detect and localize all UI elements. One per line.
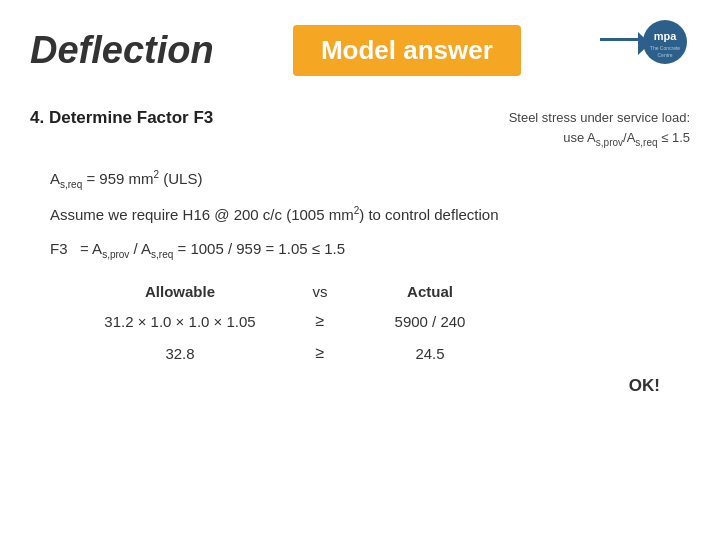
header-row: Deflection Model answer mpa The Concrete… (30, 20, 690, 80)
as-req-line: As,req = 959 mm2 (ULS) (50, 167, 690, 193)
model-answer-box: Model answer (293, 25, 521, 76)
f3-sub-prov: s,prov (102, 249, 129, 260)
side-note: Steel stress under service load: use As,… (509, 108, 690, 149)
assume-line: Assume we require H16 @ 200 c/c (1005 mm… (50, 203, 690, 227)
side-note-sub2: s,req (635, 136, 657, 147)
as-req-superscript: 2 (154, 169, 160, 180)
col-allowable-header: Allowable (70, 283, 290, 300)
svg-text:The Concrete: The Concrete (650, 45, 681, 51)
compare-row-1: 31.2 × 1.0 × 1.0 × 1.05 ≥ 5900 / 240 (70, 312, 690, 330)
assume-sup: 2 (354, 205, 360, 216)
svg-rect-4 (600, 38, 638, 41)
section-heading: 4. Determine Factor F3 (30, 108, 213, 128)
svg-text:Centre: Centre (657, 52, 672, 58)
comparison-table: Allowable vs Actual 31.2 × 1.0 × 1.0 × 1… (30, 283, 690, 396)
col-actual-header: Actual (350, 283, 510, 300)
row2-operator: ≥ (290, 344, 350, 362)
row2-left: 32.8 (70, 345, 290, 362)
page-container: Deflection Model answer mpa The Concrete… (0, 0, 720, 540)
row2-right: 24.5 (350, 345, 510, 362)
content-block: As,req = 959 mm2 (ULS) Assume we require… (30, 167, 690, 263)
ok-row: OK! (70, 376, 690, 396)
ok-label: OK! (629, 376, 660, 396)
row1-right: 5900 / 240 (350, 313, 510, 330)
col-vs-header: vs (290, 283, 350, 300)
svg-text:mpa: mpa (654, 30, 678, 42)
f3-line: F3 = As,prov / As,req = 1005 / 959 = 1.0… (50, 237, 690, 263)
mpa-logo-icon: mpa The Concrete Centre (600, 20, 690, 80)
compare-header-row: Allowable vs Actual (70, 283, 690, 300)
side-note-line2: use As,prov/As,req ≤ 1.5 (563, 130, 690, 145)
as-req-subscript: s,req (60, 179, 82, 190)
f3-sub-req: s,req (151, 249, 173, 260)
row1-left: 31.2 × 1.0 × 1.0 × 1.05 (70, 313, 290, 330)
page-title: Deflection (30, 29, 214, 72)
section-row: 4. Determine Factor F3 Steel stress unde… (30, 108, 690, 149)
side-note-sub1: s,prov (596, 136, 623, 147)
side-note-line1: Steel stress under service load: (509, 110, 690, 125)
logo-area: mpa The Concrete Centre (600, 20, 690, 80)
row1-operator: ≥ (290, 312, 350, 330)
model-answer-label: Model answer (321, 35, 493, 65)
compare-row-2: 32.8 ≥ 24.5 (70, 344, 690, 362)
